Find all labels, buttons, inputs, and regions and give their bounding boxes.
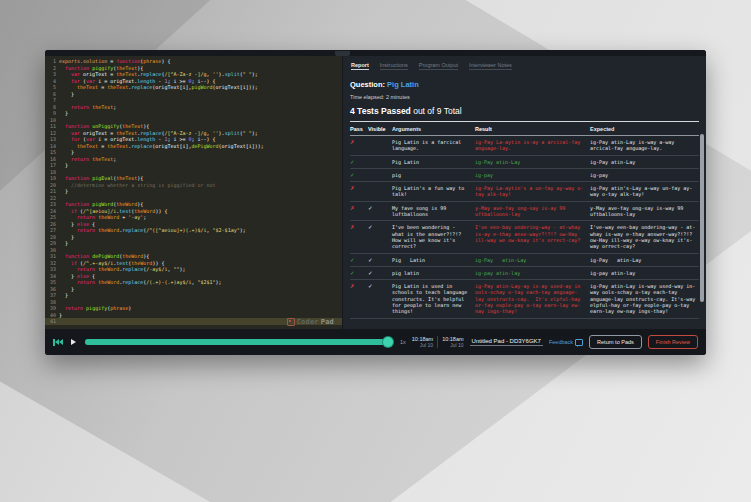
- code-token: }: [59, 286, 74, 292]
- code-token: theText: [107, 143, 128, 149]
- report-pane: ReportInstructionsProgram OutputIntervie…: [342, 56, 706, 329]
- column-header-pass: Pass: [350, 126, 368, 132]
- result-cell: ig-Pay La-aytin's a un-fay ay-way o-tay …: [475, 185, 590, 198]
- finish-review-button[interactable]: Finish Review: [648, 335, 698, 349]
- feedback-link[interactable]: Feedback: [549, 339, 583, 346]
- code-editor-pane[interactable]: 1exports.solution = function(phrase) {2 …: [45, 56, 342, 329]
- code-token: [59, 71, 71, 77]
- code-token: }: [59, 91, 74, 97]
- code-token: /[^A-Za-z -]/g: [164, 130, 206, 136]
- timestamp-divider: [437, 336, 438, 348]
- code-token: piggify: [92, 65, 113, 71]
- code-token: theText: [116, 175, 137, 181]
- tab-interviewer-notes[interactable]: Interviewer Notes: [469, 62, 512, 70]
- code-token: theWord: [122, 253, 143, 259]
- play-icon[interactable]: [71, 339, 76, 345]
- code-token: dePigWord: [191, 143, 218, 149]
- code-token: exports.solution: [59, 58, 107, 64]
- expected-cell: ig-Pay atin-Lay is-way a-way arcical-fay…: [590, 139, 699, 152]
- code-text: }: [59, 188, 68, 195]
- arguments-cell: pig: [392, 172, 475, 178]
- expected-cell: I've-way een-bay ondering-way - at-whay …: [590, 224, 699, 249]
- code-token: " ": [243, 130, 252, 136]
- feedback-label: Feedback: [549, 339, 573, 345]
- playback-bar: 1x 10:18am Jul 10 10:18am Jul 10 Untitle…: [45, 329, 706, 355]
- code-token: '-ay': [128, 214, 143, 220]
- code-token: ; i >=: [167, 136, 188, 142]
- code-token: theWord: [98, 227, 119, 233]
- code-token: function: [65, 253, 89, 259]
- chat-bubble-icon: [575, 339, 583, 346]
- playback-scrubber-thumb[interactable]: [383, 337, 393, 347]
- code-token: );: [179, 266, 185, 272]
- result-cell: y-May ave-fay ong-say is-ay 99 uftballoo…: [475, 205, 590, 218]
- visible-check-icon: ✓: [368, 224, 392, 249]
- code-token: [59, 104, 71, 110]
- code-token: theWord: [131, 260, 152, 266]
- code-text: theText = theText.replace(origText[i],pi…: [59, 84, 258, 91]
- code-token: //determine whether a string is piggifie…: [71, 182, 216, 188]
- code-token: for: [71, 136, 80, 142]
- playback-progress-bar[interactable]: [85, 339, 391, 345]
- return-to-pads-button[interactable]: Return to Pads: [589, 335, 642, 349]
- code-token: replace: [131, 84, 152, 90]
- column-header-result: Result: [475, 126, 590, 132]
- code-token: }: [59, 221, 77, 227]
- code-token: ;: [113, 156, 116, 162]
- code-token: theText: [77, 84, 98, 90]
- code-token: length: [137, 136, 155, 142]
- scrollbar[interactable]: [700, 134, 704, 302]
- end-timestamp: 10:18am Jul 10: [442, 336, 463, 349]
- rewind-to-start-icon[interactable]: [53, 338, 63, 346]
- code-token: return: [77, 227, 95, 233]
- code-token: theText: [77, 143, 98, 149]
- tab-report[interactable]: Report: [351, 62, 369, 70]
- code-token: theText: [116, 65, 137, 71]
- code-token: }: [59, 240, 68, 246]
- playback-speed[interactable]: 1x: [400, 339, 406, 345]
- code-token: var: [86, 136, 95, 142]
- tab-program-output[interactable]: Program Output: [419, 62, 458, 70]
- time-elapsed-label: Time elapsed:: [350, 94, 384, 100]
- code-token: else: [77, 221, 89, 227]
- code-token: "$2$1": [198, 279, 216, 285]
- code-token: }: [59, 110, 68, 116]
- code-token: =: [107, 58, 116, 64]
- code-token: theText: [116, 130, 137, 136]
- code-token: =: [98, 143, 107, 149]
- column-header-arguments: Arguments: [392, 126, 475, 132]
- code-token: ; i >=: [167, 78, 188, 84]
- code-token: [59, 279, 77, 285]
- arguments-cell: pig latin: [392, 270, 475, 276]
- expected-cell: ig-Pay atin-Lay: [590, 257, 699, 263]
- code-token: return: [77, 266, 95, 272]
- code-token: function: [65, 65, 89, 71]
- question-heading: Question: Pig Latin: [350, 80, 699, 89]
- code-token: ) {: [161, 58, 170, 64]
- code-token: replace: [140, 130, 161, 136]
- code-token: ): [128, 305, 131, 311]
- code-text: return piggify(phrase): [59, 305, 131, 312]
- coderpad-watermark: CoderPad: [287, 318, 334, 326]
- code-text: }: [59, 292, 68, 299]
- result-cell: ig-Pay atin-Lay: [475, 257, 590, 263]
- expected-cell: ig-Pay atin-Lay is-way used-way in-way o…: [590, 283, 699, 314]
- code-token: /-ay$/i: [146, 266, 167, 272]
- code-token: [59, 260, 71, 266]
- expected-cell: ig-Pay atin-Lay: [590, 159, 699, 165]
- question-title-link[interactable]: Pig Latin: [387, 80, 419, 89]
- tests-total: out of 9 Total: [411, 106, 462, 116]
- code-token: var: [71, 130, 80, 136]
- report-tab-bar: ReportInstructionsProgram OutputIntervie…: [350, 56, 699, 74]
- visible-check-icon: ✓: [368, 257, 392, 263]
- code-token: ){: [137, 65, 143, 71]
- code-token: (origText[i]));: [213, 84, 258, 90]
- code-token: [59, 266, 77, 272]
- tab-instructions[interactable]: Instructions: [380, 62, 408, 70]
- code-token: ){: [137, 175, 143, 181]
- code-text: }: [59, 240, 68, 247]
- code-token: replace: [122, 266, 143, 272]
- pad-title-field[interactable]: Untitled Pad - DD3Y6GK7: [470, 338, 543, 346]
- code-text: }: [59, 110, 68, 117]
- test-row: ✓✓Pig Latinig-Pay atin-Layig-Pay atin-La…: [350, 254, 699, 267]
